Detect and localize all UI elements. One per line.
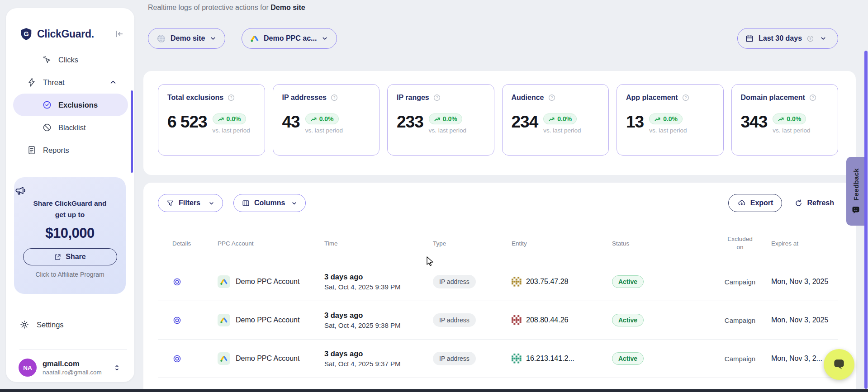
- view-details-icon[interactable]: [172, 277, 182, 287]
- sidebar: G ClickGuard. Clicks Threat: [6, 8, 134, 382]
- cursor-click-icon: [42, 55, 52, 65]
- ppc-account-name: Demo PPC Account: [236, 316, 299, 324]
- chat-bubble-icon: [832, 357, 846, 372]
- chevron-down-icon: [209, 35, 217, 42]
- promo-line-1: Share ClickGuard and: [14, 198, 126, 209]
- help-circle-icon[interactable]: ?: [227, 94, 235, 102]
- help-circle-icon[interactable]: ?: [433, 94, 441, 102]
- type-badge: IP address: [433, 352, 476, 365]
- page-scrollbar[interactable]: [864, 51, 868, 389]
- affiliate-promo-card: Share ClickGuard and get up to $10,000 S…: [14, 177, 126, 294]
- lightning-icon: [27, 77, 37, 87]
- svg-text:G: G: [24, 30, 28, 38]
- brand-name: ClickGuard.: [37, 28, 94, 40]
- filters-button[interactable]: Filters: [158, 194, 223, 212]
- refresh-button[interactable]: Refresh: [794, 199, 834, 208]
- view-details-icon[interactable]: [172, 316, 182, 325]
- stat-card-audience: Audience? 234 0.0% vs. last period: [502, 84, 609, 156]
- promo-amount: $10,000: [14, 225, 126, 241]
- col-header-time: Time: [324, 224, 433, 263]
- date-range-value: Last 30 days: [759, 34, 802, 43]
- table-toolbar: Filters Columns Export Refresh: [143, 183, 856, 212]
- chevron-up-icon: [109, 78, 117, 86]
- view-details-icon[interactable]: [172, 354, 182, 364]
- share-button[interactable]: Share: [23, 248, 117, 265]
- col-header-entity: Entity: [512, 224, 612, 263]
- trend-up-icon: [218, 116, 224, 123]
- type-badge: IP address: [433, 313, 476, 327]
- col-header-ppc-account: PPC Account: [218, 224, 324, 263]
- columns-label: Columns: [254, 199, 285, 207]
- affiliate-link[interactable]: Click to Affiliate Program: [14, 271, 126, 278]
- stat-sub: vs. last period: [429, 127, 466, 134]
- stat-card-ip-addresses: IP addresses? 43 0.0% vs. last period: [273, 84, 380, 156]
- svg-text:?: ?: [436, 96, 438, 100]
- sidebar-item-exclusions[interactable]: Exclusions: [13, 94, 128, 116]
- sidebar-item-label: Exclusions: [58, 101, 98, 109]
- date-range-selector[interactable]: Last 30 days ?: [737, 28, 838, 49]
- sidebar-item-label: Clicks: [58, 56, 78, 64]
- entity-value: 208.80.44.26: [526, 316, 568, 324]
- ppc-account-name: Demo PPC Account: [236, 278, 299, 286]
- col-header-details: Details: [158, 224, 218, 263]
- window-bottom-edge: [0, 389, 868, 392]
- stat-delta-badge: 0.0%: [429, 113, 462, 124]
- chevron-down-icon: [291, 200, 298, 207]
- ppc-account-value: Demo PPC ac...: [264, 34, 317, 43]
- stat-value: 6 523: [167, 113, 207, 131]
- time-absolute: Sat, Oct 4, 2025 9:38 PM: [324, 321, 400, 329]
- help-circle-icon[interactable]: ?: [809, 94, 817, 102]
- sidebar-item-label: Threat: [43, 78, 65, 87]
- sidebar-item-reports[interactable]: Reports: [13, 139, 128, 161]
- status-badge: Active: [612, 314, 644, 326]
- sidebar-item-settings[interactable]: Settings: [19, 316, 64, 333]
- stat-value: 343: [741, 113, 768, 131]
- svg-text:?: ?: [333, 96, 336, 100]
- subtitle-text: Realtime logs of protective actions for: [148, 4, 270, 11]
- chat-launcher-button[interactable]: [824, 349, 854, 380]
- help-circle-icon[interactable]: ?: [548, 94, 556, 102]
- stat-sub: vs. last period: [649, 127, 687, 134]
- sidebar-scrollbar[interactable]: [131, 90, 133, 173]
- svg-text:?: ?: [811, 96, 814, 100]
- col-header-status: Status: [612, 224, 713, 263]
- trend-up-icon: [434, 116, 441, 123]
- excluded-on-value: Campaign: [713, 340, 767, 378]
- excluded-on-value: Campaign: [713, 301, 767, 340]
- sidebar-divider: [19, 349, 127, 349]
- ppc-account-selector[interactable]: Demo PPC ac...: [242, 28, 337, 49]
- stat-value: 43: [282, 113, 300, 131]
- subtitle-site-name: Demo site: [270, 4, 305, 11]
- trend-up-icon: [778, 116, 784, 123]
- google-ads-icon: [218, 314, 230, 326]
- help-circle-icon[interactable]: ?: [682, 94, 690, 102]
- site-selector-value: Demo site: [171, 34, 205, 43]
- user-account[interactable]: NA gmail.com naatali.ro@gmail.com: [19, 355, 126, 380]
- sidebar-item-threat[interactable]: Threat: [13, 71, 128, 94]
- page-subtitle: Realtime logs of protective actions for …: [148, 4, 305, 12]
- feedback-smiley-icon: [851, 205, 860, 214]
- time-relative: 3 days ago: [324, 311, 363, 320]
- help-circle-icon[interactable]: ?: [330, 94, 338, 102]
- help-circle-icon[interactable]: ?: [806, 35, 814, 43]
- feedback-tab[interactable]: Feedback: [846, 157, 865, 226]
- sidebar-item-clicks[interactable]: Clicks: [13, 48, 128, 71]
- export-label: Export: [750, 199, 773, 207]
- user-email: naatali.ro@gmail.com: [43, 369, 102, 376]
- cloud-download-icon: [737, 198, 746, 208]
- export-button[interactable]: Export: [728, 194, 783, 212]
- promo-line-2: get up to: [14, 209, 126, 220]
- stat-sub: vs. last period: [305, 127, 343, 134]
- columns-button[interactable]: Columns: [233, 194, 306, 212]
- site-selector[interactable]: Demo site: [148, 28, 225, 49]
- col-header-type: Type: [433, 224, 512, 263]
- collapse-sidebar-icon[interactable]: [114, 29, 124, 39]
- sidebar-item-blacklist[interactable]: Blacklist: [13, 116, 128, 139]
- chevron-down-icon: [820, 35, 827, 42]
- gear-icon: [19, 320, 29, 330]
- stats-panel: Total exclusions? 6 523 0.0% vs. last pe…: [143, 71, 856, 175]
- trend-up-icon: [548, 116, 555, 123]
- stat-label: Domain placement: [741, 94, 805, 102]
- col-header-expires-at: Expires at: [767, 224, 838, 263]
- excluded-on-value: Campaign: [713, 263, 767, 301]
